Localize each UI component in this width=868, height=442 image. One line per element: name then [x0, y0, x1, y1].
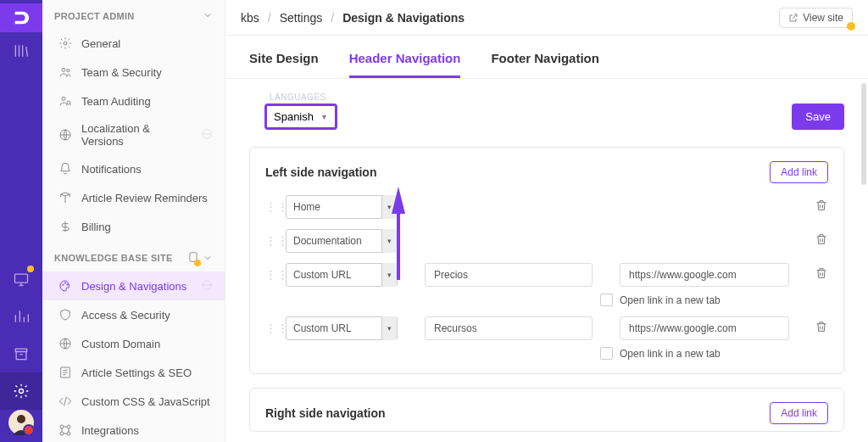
globe-icon	[58, 336, 73, 351]
sidebar-item-team-auditing[interactable]: Team Auditing	[42, 87, 225, 115]
svg-point-8	[62, 97, 65, 100]
rail-analytics-icon[interactable]	[0, 298, 42, 335]
link-url-input[interactable]	[620, 263, 789, 287]
app-rail	[0, 0, 42, 442]
chevron-down-icon: ▾	[381, 229, 397, 253]
nav-row: ⋮⋮ Custom URL▾ Open link in a new tab	[265, 316, 828, 360]
add-link-button[interactable]: Add link	[770, 161, 828, 183]
dollar-icon	[58, 219, 73, 234]
add-link-button[interactable]: Add link	[770, 402, 828, 424]
svg-point-22	[67, 432, 70, 435]
svg-point-14	[64, 283, 65, 283]
sidebar-item-general[interactable]: General	[42, 29, 225, 58]
sidebar-item-design-navigations[interactable]: Design & Navigations	[42, 271, 225, 300]
rail-archive-icon[interactable]	[0, 335, 42, 372]
rail-monitor-icon[interactable]	[0, 260, 42, 298]
svg-point-4	[17, 415, 25, 423]
save-button[interactable]: Save	[792, 104, 844, 130]
delete-button[interactable]	[815, 263, 828, 283]
svg-point-13	[63, 284, 64, 285]
sidebar-item-article-settings[interactable]: Article Settings & SEO	[42, 358, 225, 387]
link-type-select[interactable]: Home▾	[286, 195, 398, 219]
tab-footer-navigation[interactable]: Footer Navigation	[491, 44, 599, 78]
link-name-input[interactable]	[425, 263, 593, 287]
breadcrumb-current: Design & Navigations	[342, 11, 465, 25]
breadcrumb-seg[interactable]: kbs	[241, 11, 259, 25]
globe-icon	[201, 128, 213, 143]
chevron-down-icon	[203, 10, 213, 22]
tab-site-design[interactable]: Site Design	[249, 44, 319, 78]
sidebar-item-team-security[interactable]: Team & Security	[42, 58, 225, 87]
drag-handle-icon[interactable]: ⋮⋮	[265, 195, 277, 212]
avatar[interactable]	[8, 410, 34, 435]
content: LANGUAGES Spanish ▼ Save Left side navig…	[225, 79, 868, 442]
badge-icon	[187, 251, 199, 265]
tabs: Site Design Header Navigation Footer Nav…	[225, 36, 868, 79]
svg-point-19	[60, 425, 64, 428]
nav-row: ⋮⋮ Documentation▾	[265, 229, 828, 253]
open-new-tab-checkbox[interactable]: Open link in a new tab	[600, 294, 789, 306]
rail-library-icon[interactable]	[0, 32, 42, 70]
logo-icon[interactable]	[0, 3, 42, 32]
chevron-down-icon: ▾	[381, 316, 397, 340]
svg-point-7	[67, 69, 70, 71]
palette-icon	[58, 278, 73, 294]
article-icon	[58, 365, 73, 380]
nav-row: ⋮⋮ Home▾	[265, 195, 828, 219]
view-site-button[interactable]: View site	[779, 8, 853, 28]
sidebar-item-access-security[interactable]: Access & Security	[42, 300, 225, 329]
language-select[interactable]: Spanish ▼	[264, 104, 337, 130]
reminder-icon	[58, 190, 73, 205]
svg-point-15	[67, 284, 68, 285]
sidebar-item-notifications[interactable]: Notifications	[42, 154, 225, 183]
drag-handle-icon[interactable]: ⋮⋮	[265, 263, 277, 280]
sidebar-item-custom-domain[interactable]: Custom Domain	[42, 329, 225, 358]
drag-handle-icon[interactable]: ⋮⋮	[265, 316, 277, 333]
delete-button[interactable]	[815, 316, 828, 337]
sidebar-item-billing[interactable]: Billing	[42, 212, 225, 241]
link-type-select[interactable]: Custom URL▾	[286, 316, 398, 340]
delete-button[interactable]	[815, 229, 828, 249]
drag-handle-icon[interactable]: ⋮⋮	[265, 229, 277, 246]
breadcrumb-seg[interactable]: Settings	[280, 11, 323, 25]
breadcrumb: kbs / Settings / Design & Navigations	[241, 11, 465, 25]
users-icon	[58, 64, 73, 80]
sidebar-item-localization[interactable]: Localization & Versions	[42, 115, 225, 154]
right-nav-panel: Right side navigation Add link	[249, 388, 844, 432]
svg-rect-0	[15, 274, 28, 283]
link-url-input[interactable]	[620, 316, 789, 340]
svg-rect-2	[16, 352, 26, 360]
tab-header-navigation[interactable]: Header Navigation	[349, 44, 461, 78]
gear-icon	[58, 36, 73, 51]
chevron-down-icon: ▾	[381, 195, 397, 219]
chevron-down-icon	[203, 253, 213, 263]
integrations-icon	[58, 422, 73, 438]
sidebar-item-integrations[interactable]: Integrations	[42, 416, 225, 442]
bell-icon	[58, 161, 73, 176]
link-type-select[interactable]: Custom URL▾	[286, 263, 398, 287]
breadcrumb-sep: /	[268, 11, 271, 25]
svg-point-21	[60, 432, 64, 435]
panel-title: Right side navigation	[265, 406, 386, 420]
sidebar-item-custom-css-js[interactable]: Custom CSS & JavaScript	[42, 387, 225, 416]
rail-settings-icon[interactable]	[0, 372, 42, 410]
sidebar-item-review-reminders[interactable]: Article Review Reminders	[42, 183, 225, 212]
svg-point-6	[62, 68, 65, 71]
svg-point-20	[67, 425, 70, 428]
link-name-input[interactable]	[425, 316, 593, 340]
audit-icon	[58, 93, 73, 109]
sidebar-group-kb-site[interactable]: KNOWLEDGE BASE SITE	[42, 241, 225, 271]
sidebar-group-project-admin[interactable]: PROJECT ADMIN	[42, 0, 225, 29]
settings-sidebar: PROJECT ADMIN General Team & Security Te…	[42, 0, 225, 442]
delete-button[interactable]	[815, 195, 828, 215]
breadcrumb-sep: /	[331, 11, 334, 25]
svg-point-3	[19, 389, 24, 394]
globe-icon	[201, 279, 213, 294]
svg-point-5	[64, 42, 67, 45]
open-new-tab-checkbox[interactable]: Open link in a new tab	[600, 347, 789, 360]
caret-down-icon: ▼	[320, 113, 328, 121]
topbar: kbs / Settings / Design & Navigations Vi…	[225, 0, 868, 36]
panel-title: Left side navigation	[265, 165, 376, 179]
code-icon	[58, 394, 73, 409]
link-type-select[interactable]: Documentation▾	[286, 229, 398, 253]
